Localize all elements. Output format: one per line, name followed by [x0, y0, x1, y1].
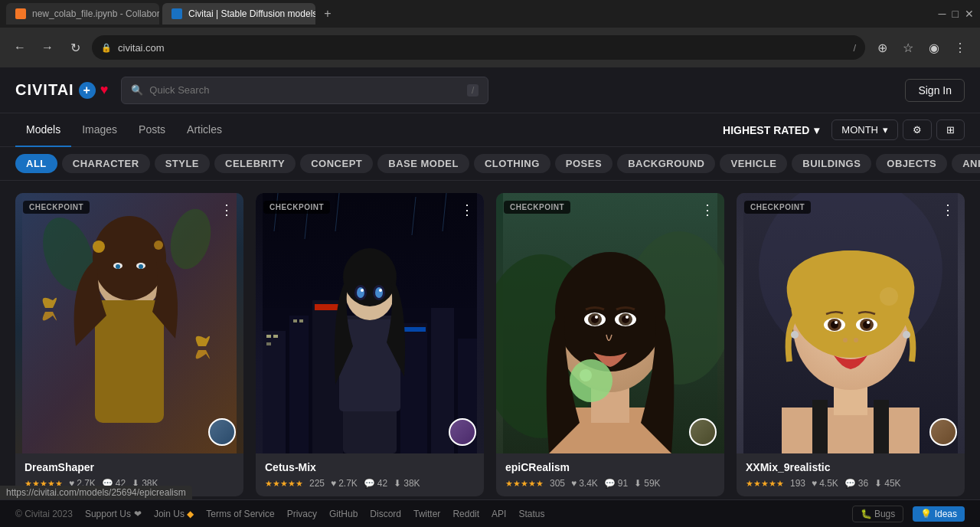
search-bar[interactable]: 🔍 /: [121, 77, 488, 104]
bookmark-button[interactable]: ☆: [897, 37, 919, 58]
cat-buildings[interactable]: BUILDINGS: [792, 154, 871, 173]
browser-tab-jupyter[interactable]: new_colab_file.ipynb - Collabora... ✕: [6, 3, 159, 25]
nav-tab-images[interactable]: Images: [71, 113, 128, 147]
ideas-button[interactable]: 💡 Ideas: [913, 506, 965, 522]
profile-button[interactable]: ◉: [923, 37, 945, 58]
svg-rect-4: [95, 300, 164, 423]
cat-clothing[interactable]: CLOTHING: [474, 154, 550, 173]
filter-section: HIGHEST RATED ▾ MONTH ▾ ⚙ ⊞: [715, 119, 965, 140]
card-menu-xxmix[interactable]: ⋮: [939, 201, 957, 219]
terms-link[interactable]: Terms of Service: [206, 509, 274, 519]
card-stars-cetus: ★★★★★: [265, 479, 303, 489]
nav-tab-models[interactable]: Models: [15, 113, 71, 147]
card-info-xxmix: XXMix_9realistic ★★★★★ 193 ♥ 4.5K 💬 36 ⬇…: [737, 453, 965, 496]
close-window-button[interactable]: ✕: [965, 8, 974, 20]
jupyter-favicon: [15, 8, 26, 19]
browser-tabs: new_colab_file.ipynb - Collabora... ✕ Ci…: [0, 0, 980, 28]
minimize-button[interactable]: ─: [939, 8, 946, 20]
browser-nav: ← → ↻ 🔒 civitai.com / ⊕ ☆ ◉ ⋮: [0, 28, 980, 67]
browser-tab-civitai[interactable]: Civitai | Stable Diffusion models. ✕: [162, 3, 315, 25]
card-image-cetus: CHECKPOINT ⋮: [256, 193, 484, 453]
new-tab-button[interactable]: +: [318, 5, 337, 23]
copyright-text: © Civitai 2023: [15, 509, 73, 519]
search-shortcut: /: [467, 84, 479, 97]
dreamshaer-illustration: [15, 193, 243, 453]
category-bar: ALL CHARACTER STYLE CELEBRITY CONCEPT BA…: [0, 147, 980, 181]
logo-text: CIVITAI: [15, 81, 74, 99]
address-bar[interactable]: 🔒 civitai.com /: [92, 35, 865, 60]
logo[interactable]: CIVITAI + ♥: [15, 81, 109, 99]
card-menu-dreamshaer[interactable]: ⋮: [217, 201, 236, 219]
card-badge-epic: CHECKPOINT: [504, 201, 570, 214]
github-link[interactable]: GitHub: [329, 509, 358, 519]
card-dreamshaer[interactable]: CHECKPOINT ⋮ DreamShaper ★★★★★ ♥ 2.7K 💬 …: [15, 193, 243, 496]
cat-objects[interactable]: OBJECTS: [876, 154, 947, 173]
card-avatar-dreamshaer: [208, 418, 236, 446]
card-xxmix[interactable]: CHECKPOINT ⋮ XXMix_9realistic ★★★★★ 193 …: [737, 193, 965, 496]
svg-rect-64: [812, 400, 828, 453]
cat-character[interactable]: CHARACTER: [62, 154, 150, 173]
lock-icon: 🔒: [101, 43, 112, 53]
browser-chrome: new_colab_file.ipynb - Collabora... ✕ Ci…: [0, 0, 980, 67]
card-menu-cetus[interactable]: ⋮: [458, 201, 476, 219]
filter-icon: ⚙: [913, 124, 922, 136]
cat-celebrity[interactable]: CELEBRITY: [214, 154, 296, 173]
card-badge-dreamshaer: CHECKPOINT: [23, 201, 90, 214]
cat-style[interactable]: STYLE: [155, 154, 210, 173]
cat-animal[interactable]: ANIMAL: [952, 154, 980, 173]
menu-button[interactable]: ⋮: [949, 37, 971, 58]
twitter-link[interactable]: Twitter: [413, 509, 440, 519]
join-badge-icon: ◆: [187, 509, 194, 519]
reddit-link[interactable]: Reddit: [452, 509, 479, 519]
cat-base-model[interactable]: BASE MODEL: [377, 154, 469, 173]
nav-tab-posts[interactable]: Posts: [128, 113, 176, 147]
month-filter-button[interactable]: MONTH ▾: [831, 119, 898, 140]
support-us-link[interactable]: Support Us ❤: [85, 509, 142, 519]
svg-point-76: [867, 321, 870, 324]
maximize-button[interactable]: □: [952, 8, 959, 20]
back-button[interactable]: ←: [9, 37, 31, 58]
bugs-button[interactable]: 🐛 Bugs: [852, 506, 904, 522]
highest-rated-button[interactable]: HIGHEST RATED ▾: [715, 124, 827, 136]
nav-tab-articles[interactable]: Articles: [176, 113, 233, 147]
svg-rect-24: [266, 342, 271, 345]
svg-point-59: [580, 369, 592, 381]
status-link[interactable]: Status: [518, 509, 544, 519]
highest-rated-label: HIGHEST RATED: [723, 124, 809, 136]
cat-vehicle[interactable]: VEHICLE: [720, 154, 787, 173]
search-input[interactable]: [149, 84, 461, 96]
cat-background[interactable]: BACKGROUND: [617, 154, 715, 173]
svg-rect-26: [299, 319, 303, 322]
discord-link[interactable]: Discord: [370, 509, 401, 519]
card-downloads-epic: ⬇ 59K: [634, 478, 660, 489]
card-cetus[interactable]: CHECKPOINT ⋮ Cetus-Mix ★★★★★ 225 ♥ 2.7K …: [256, 193, 484, 496]
svg-point-30: [343, 248, 397, 306]
join-us-link[interactable]: Join Us ◆: [154, 509, 194, 519]
cat-poses[interactable]: POSES: [555, 154, 612, 173]
api-link[interactable]: API: [492, 509, 506, 519]
layout-toggle-button[interactable]: ⊞: [936, 119, 965, 140]
card-comments-xxmix: 💬 36: [844, 478, 868, 489]
status-url-bar: https://civitai.com/models/25694/epicrea…: [0, 486, 192, 499]
svg-rect-15: [289, 316, 309, 453]
card-title-epic: epiCRealism: [505, 461, 715, 473]
card-stars-xxmix: ★★★★★: [746, 479, 784, 489]
cat-concept[interactable]: CONCEPT: [300, 154, 373, 173]
card-menu-epic[interactable]: ⋮: [698, 201, 717, 219]
civitai-favicon: [172, 8, 182, 19]
join-us-label: Join Us: [154, 509, 185, 519]
filter-icon-button[interactable]: ⚙: [903, 119, 932, 140]
card-title-cetus: Cetus-Mix: [265, 461, 475, 473]
refresh-button[interactable]: ↻: [64, 37, 86, 58]
forward-button[interactable]: →: [37, 37, 58, 58]
logo-plus-button[interactable]: +: [79, 82, 96, 99]
card-epic[interactable]: CHECKPOINT ⋮ epiCRealism ★★★★★ 305 ♥ 3.4…: [496, 193, 724, 496]
svg-point-81: [880, 287, 898, 306]
extensions-button[interactable]: ⊕: [871, 37, 893, 58]
card-downloads-cetus: ⬇ 38K: [394, 478, 420, 489]
sign-in-button[interactable]: Sign In: [905, 79, 965, 102]
card-image-epic: CHECKPOINT ⋮: [496, 193, 724, 453]
logo-heart-icon[interactable]: ♥: [100, 82, 109, 98]
privacy-link[interactable]: Privacy: [287, 509, 317, 519]
cat-all[interactable]: ALL: [15, 154, 57, 173]
